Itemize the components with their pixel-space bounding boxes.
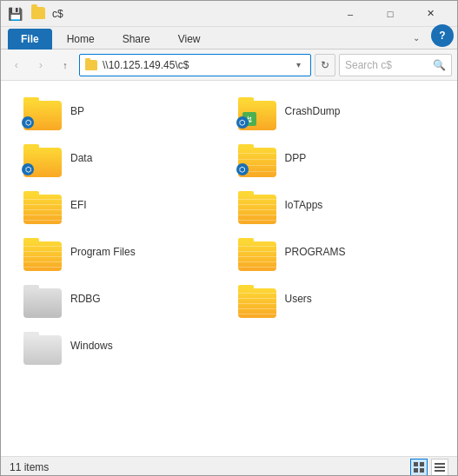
address-dropdown-arrow[interactable]: ▾ bbox=[291, 60, 305, 69]
tab-home[interactable]: Home bbox=[54, 29, 108, 49]
tab-view[interactable]: View bbox=[165, 29, 214, 49]
forward-button[interactable]: › bbox=[30, 55, 51, 76]
title-controls: – □ ✕ bbox=[330, 1, 450, 27]
file-name: BP bbox=[70, 105, 84, 117]
quick-access-save: 💾 bbox=[8, 7, 23, 21]
title-bar: 💾 c$ – □ ✕ bbox=[1, 1, 457, 27]
address-folder-icon bbox=[85, 60, 97, 70]
file-name: DPP bbox=[285, 152, 307, 164]
back-button[interactable]: ‹ bbox=[6, 55, 27, 76]
ribbon-expand-icon[interactable]: ⌄ bbox=[405, 26, 428, 49]
file-name: Program Files bbox=[70, 246, 136, 258]
help-button[interactable]: ? bbox=[431, 24, 454, 47]
nav-bar: ‹ › ↑ \\10.125.149.45\c$ ▾ ↻ Search c$ 🔍 bbox=[1, 50, 457, 81]
view-list-button[interactable] bbox=[431, 459, 448, 476]
list-item[interactable]: ↯⬡CrashDump bbox=[229, 88, 444, 135]
ribbon-tabs: File Home Share View ⌄ ? bbox=[1, 27, 457, 50]
list-item[interactable]: ⬡Data bbox=[15, 135, 229, 182]
svg-rect-3 bbox=[420, 462, 424, 466]
list-item[interactable]: Windows bbox=[15, 322, 229, 369]
file-name: IoTApps bbox=[285, 199, 323, 211]
file-name: PROGRAMS bbox=[285, 246, 346, 258]
maximize-button[interactable]: □ bbox=[370, 1, 410, 27]
svg-rect-5 bbox=[420, 468, 424, 473]
search-bar[interactable]: Search c$ 🔍 bbox=[339, 54, 452, 76]
title-bar-icons: 💾 bbox=[8, 7, 45, 21]
list-item[interactable]: IoTApps bbox=[229, 182, 444, 228]
svg-rect-7 bbox=[435, 466, 445, 468]
window-title: c$ bbox=[52, 8, 330, 20]
list-item[interactable]: RDBG bbox=[15, 275, 229, 322]
list-item[interactable]: ⬡DPP bbox=[229, 135, 444, 182]
address-bar[interactable]: \\10.125.149.45\c$ ▾ bbox=[79, 54, 311, 76]
svg-rect-4 bbox=[414, 468, 418, 473]
search-icon[interactable]: 🔍 bbox=[433, 59, 446, 71]
svg-rect-8 bbox=[435, 470, 445, 472]
item-count: 11 items bbox=[10, 461, 49, 473]
search-placeholder: Search c$ bbox=[345, 59, 429, 71]
file-name: Windows bbox=[70, 340, 113, 352]
tab-share[interactable]: Share bbox=[110, 29, 163, 49]
title-folder-icon bbox=[31, 7, 45, 19]
file-name: RDBG bbox=[70, 293, 101, 305]
file-name: Users bbox=[285, 293, 312, 305]
list-item[interactable]: PROGRAMS bbox=[229, 228, 444, 275]
main-content: ⬡BP↯⬡CrashDump⬡Data⬡DPPEFIIoTAppsProgram… bbox=[1, 81, 457, 456]
minimize-button[interactable]: – bbox=[330, 1, 370, 27]
svg-rect-6 bbox=[435, 463, 445, 465]
list-item[interactable]: Program Files bbox=[15, 228, 229, 275]
list-item[interactable]: Users bbox=[229, 275, 444, 322]
list-item[interactable]: EFI bbox=[15, 182, 229, 228]
list-item[interactable]: ⬡BP bbox=[15, 88, 229, 135]
refresh-button[interactable]: ↻ bbox=[315, 54, 335, 76]
file-grid: ⬡BP↯⬡CrashDump⬡Data⬡DPPEFIIoTAppsProgram… bbox=[1, 81, 457, 456]
file-name: Data bbox=[70, 152, 92, 164]
up-button[interactable]: ↑ bbox=[55, 55, 76, 76]
svg-rect-2 bbox=[414, 462, 418, 466]
file-name: EFI bbox=[70, 199, 87, 211]
tab-file[interactable]: File bbox=[8, 29, 52, 50]
address-text: \\10.125.149.45\c$ bbox=[103, 59, 286, 71]
view-icons bbox=[410, 459, 448, 476]
view-grid-button[interactable] bbox=[410, 459, 428, 476]
file-name: CrashDump bbox=[285, 105, 341, 117]
quick-access-1 bbox=[26, 7, 28, 21]
close-button[interactable]: ✕ bbox=[410, 1, 450, 27]
status-bar: 11 items bbox=[1, 456, 457, 476]
